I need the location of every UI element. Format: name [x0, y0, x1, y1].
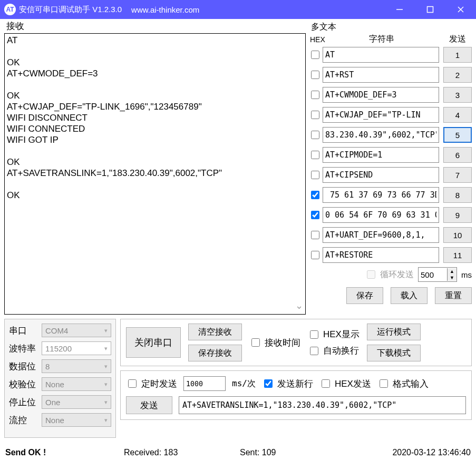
port-label: 校验位 — [9, 378, 42, 390]
receive-textarea[interactable]: AT OK AT+CWMODE_DEF=3 OK AT+CWJAP_DEF="T… — [4, 33, 306, 315]
timed-send-checkbox[interactable]: 定时发送 — [126, 378, 177, 390]
receive-time-checkbox[interactable]: 接收时间 — [249, 337, 300, 349]
cmd-text-input[interactable] — [323, 147, 439, 163]
app-icon: AT — [4, 4, 16, 15]
loop-unit-label: ms — [461, 270, 472, 279]
load-button[interactable]: 载入 — [391, 287, 428, 304]
chevron-down-icon: ▾ — [104, 345, 108, 352]
port-label: 流控 — [9, 414, 42, 426]
cmd-send-button[interactable]: 7 — [443, 167, 472, 183]
hex-display-checkbox[interactable]: HEX显示 — [308, 328, 360, 340]
format-input-checkbox[interactable]: 格式输入 — [377, 378, 429, 390]
loop-send-label: 循环发送 — [380, 269, 414, 280]
hex-send-checkbox[interactable]: HEX发送 — [319, 378, 371, 390]
port-label: 波特率 — [9, 342, 42, 355]
cmd-text-input[interactable] — [323, 187, 439, 203]
cmd-hex-checkbox[interactable] — [311, 111, 319, 119]
cmd-text-input[interactable] — [323, 67, 439, 83]
port-select[interactable]: None▾ — [42, 377, 111, 391]
send-newline-checkbox[interactable]: 发送新行 — [262, 378, 313, 390]
close-button[interactable] — [445, 0, 476, 19]
cmd-send-button[interactable]: 1 — [443, 47, 472, 63]
maximize-button[interactable] — [415, 0, 445, 19]
cmd-send-button[interactable]: 4 — [443, 107, 472, 123]
port-row: 停止位One▾ — [9, 395, 111, 409]
cmd-send-button[interactable]: 10 — [443, 227, 472, 243]
cmd-text-input[interactable] — [323, 207, 439, 223]
port-row: 校验位None▾ — [9, 377, 111, 391]
cmd-hex-checkbox[interactable] — [311, 191, 319, 199]
cmd-send-button[interactable]: 5 — [443, 127, 472, 143]
scroll-down-icon[interactable]: ⌄ — [295, 300, 303, 311]
port-select[interactable]: One▾ — [42, 395, 111, 409]
cmd-row: 11 — [310, 247, 472, 263]
multi-text-title: 多文本 — [311, 22, 472, 33]
timed-send-input[interactable] — [183, 376, 226, 391]
cmd-send-button[interactable]: 6 — [443, 147, 472, 163]
cmd-text-input[interactable] — [323, 107, 439, 123]
cmd-hex-checkbox[interactable] — [311, 171, 319, 179]
cmd-hex-checkbox[interactable] — [311, 51, 319, 59]
cmd-row: 2 — [310, 67, 472, 83]
port-label: 数据位 — [9, 360, 42, 373]
port-value: One — [45, 398, 60, 407]
cmd-text-input[interactable] — [323, 127, 439, 143]
run-mode-button[interactable]: 运行模式 — [367, 324, 421, 340]
col-header-hex: HEX — [310, 35, 324, 44]
close-port-button[interactable]: 关闭串口 — [126, 327, 181, 358]
control-panel: 关闭串口 清空接收 保存接收 接收时间 HEX显示 自动换行 运行模式 下载模式 — [120, 319, 472, 366]
chevron-down-icon: ▾ — [104, 327, 108, 334]
port-value: 115200 — [45, 344, 72, 353]
cmd-hex-checkbox[interactable] — [311, 71, 319, 79]
cmd-text-input[interactable] — [323, 87, 439, 103]
cmd-send-button[interactable]: 2 — [443, 67, 472, 83]
send-button[interactable]: 发送 — [126, 396, 172, 414]
minimize-button[interactable] — [384, 0, 415, 19]
chevron-down-icon: ▾ — [104, 381, 108, 388]
spin-up-icon[interactable]: ▲ — [447, 268, 456, 275]
loop-interval-input[interactable] — [419, 268, 447, 281]
port-row: 数据位8▾ — [9, 359, 111, 373]
cmd-hex-checkbox[interactable] — [311, 231, 319, 239]
port-row: 流控None▾ — [9, 413, 111, 427]
cmd-text-input[interactable] — [323, 247, 439, 263]
cmd-send-button[interactable]: 11 — [443, 247, 472, 263]
port-row: 波特率115200▾ — [9, 341, 111, 355]
port-select[interactable]: 8▾ — [42, 359, 111, 373]
cmd-hex-checkbox[interactable] — [311, 91, 319, 99]
cmd-send-button[interactable]: 9 — [443, 207, 472, 223]
app-title: 安信可串口调试助手 V1.2.3.0 — [19, 5, 122, 15]
save-button[interactable]: 保存 — [346, 287, 383, 304]
port-select[interactable]: COM4▾ — [42, 324, 111, 337]
cmd-row: 7 — [310, 167, 472, 183]
auto-wrap-checkbox[interactable]: 自动换行 — [308, 345, 360, 357]
cmd-text-input[interactable] — [323, 167, 439, 183]
cmd-hex-checkbox[interactable] — [311, 211, 319, 219]
cmd-row: 6 — [310, 147, 472, 163]
loop-interval-spinner[interactable]: ▲▼ — [418, 267, 457, 282]
cmd-send-button[interactable]: 3 — [443, 87, 472, 103]
cmd-text-input[interactable] — [323, 227, 439, 243]
port-select[interactable]: 115200▾ — [42, 341, 111, 355]
cmd-hex-checkbox[interactable] — [311, 131, 319, 139]
clear-receive-button[interactable]: 清空接收 — [188, 324, 242, 340]
spin-down-icon[interactable]: ▼ — [447, 275, 456, 281]
port-value: COM4 — [45, 326, 68, 335]
cmd-hex-checkbox[interactable] — [311, 251, 319, 259]
reset-button[interactable]: 重置 — [435, 287, 472, 304]
port-select[interactable]: None▾ — [42, 413, 111, 427]
cmd-text-input[interactable] — [323, 47, 439, 63]
status-sent: Sent: 109 — [240, 448, 392, 457]
multi-text-panel: 多文本 HEX 字符串 发送 1234567891011 循环发送 ▲▼ ms … — [310, 33, 472, 315]
send-input[interactable] — [179, 396, 466, 414]
cmd-row: 5 — [310, 127, 472, 143]
cmd-row: 1 — [310, 47, 472, 63]
save-receive-button[interactable]: 保存接收 — [188, 345, 242, 361]
loop-send-checkbox[interactable]: 循环发送 — [365, 269, 414, 280]
download-mode-button[interactable]: 下载模式 — [367, 345, 421, 361]
port-value: None — [45, 380, 64, 389]
port-value: 8 — [45, 362, 50, 371]
cmd-hex-checkbox[interactable] — [311, 151, 319, 159]
cmd-row: 8 — [310, 187, 472, 203]
cmd-send-button[interactable]: 8 — [443, 187, 472, 203]
